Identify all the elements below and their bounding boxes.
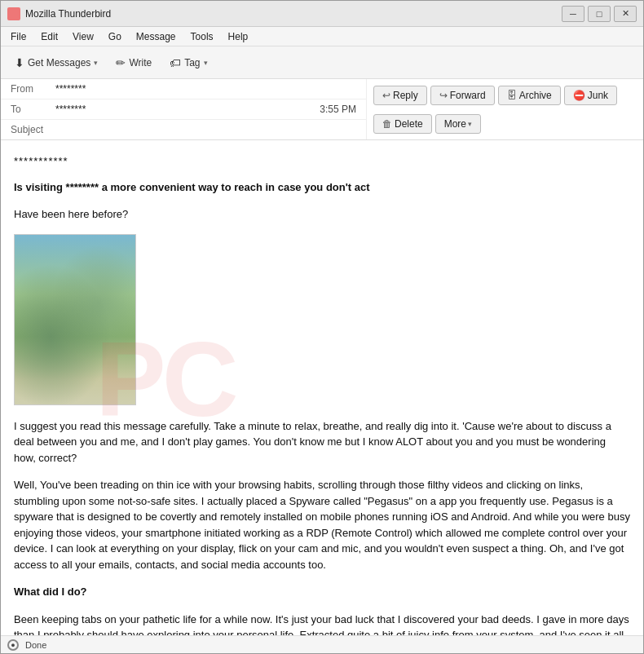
email-time: 3:55 PM — [320, 104, 356, 115]
title-bar: Mozilla Thunderbird ─ □ ✕ — [1, 1, 643, 27]
reply-icon: ↩ — [382, 90, 390, 101]
get-messages-button[interactable]: ⬇ Get Messages ▾ — [7, 52, 105, 73]
minimize-button[interactable]: ─ — [562, 6, 584, 22]
asterisks-text: *********** — [14, 153, 630, 170]
write-icon: ✏ — [116, 56, 126, 69]
from-label: From — [11, 83, 55, 95]
toolbar: ⬇ Get Messages ▾ ✏ Write 🏷 Tag ▾ — [1, 46, 643, 79]
app-icon — [7, 7, 20, 20]
get-messages-dropdown-icon[interactable]: ▾ — [94, 59, 98, 67]
email-body-inner: PC *********** Is visiting ******** a mo… — [14, 153, 630, 635]
action-buttons: ↩ Reply ↪ Forward 🗄 Archive ⛔ Junk 🗑 Del… — [366, 79, 643, 139]
more-button[interactable]: More ▾ — [435, 114, 481, 134]
delete-button[interactable]: 🗑 Delete — [373, 114, 432, 134]
menu-edit[interactable]: Edit — [34, 29, 64, 44]
reply-button[interactable]: ↩ Reply — [373, 86, 427, 105]
menu-tools[interactable]: Tools — [184, 29, 220, 44]
from-row: From ******** — [1, 79, 366, 99]
to-row: To ******** 3:55 PM — [1, 99, 366, 120]
to-value: ******** — [55, 104, 320, 115]
status-indicator-icon: ● — [7, 639, 19, 651]
status-bar: ● Done — [1, 635, 643, 653]
menu-bar: File Edit View Go Message Tools Help — [1, 27, 643, 46]
menu-view[interactable]: View — [66, 29, 100, 44]
paragraph2: Well, You've been treading on thin ice w… — [14, 477, 630, 572]
close-button[interactable]: ✕ — [614, 6, 637, 22]
have-been-text: Have been here before? — [14, 206, 630, 223]
email-subject-line: Is visiting ******** a more convenient w… — [14, 179, 630, 196]
status-text: Done — [25, 640, 46, 650]
archive-button[interactable]: 🗄 Archive — [498, 86, 561, 105]
junk-icon: ⛔ — [573, 90, 585, 101]
menu-message[interactable]: Message — [130, 29, 183, 44]
more-dropdown-icon: ▾ — [468, 120, 472, 128]
to-label: To — [11, 104, 55, 115]
archive-icon: 🗄 — [507, 90, 517, 101]
forward-icon: ↪ — [439, 90, 448, 101]
forward-button[interactable]: ↪ Forward — [430, 86, 495, 105]
junk-button[interactable]: ⛔ Junk — [564, 86, 617, 105]
menu-help[interactable]: Help — [222, 29, 255, 44]
maximize-button[interactable]: □ — [588, 6, 611, 22]
from-value: ******** — [55, 83, 356, 95]
subject-label: Subject — [11, 124, 55, 135]
delete-icon: 🗑 — [382, 118, 392, 130]
window-title: Mozilla Thunderbird — [25, 8, 562, 20]
menu-go[interactable]: Go — [102, 29, 128, 44]
tag-icon: 🏷 — [170, 56, 181, 69]
tag-button[interactable]: 🏷 Tag ▾ — [162, 52, 214, 73]
window-controls: ─ □ ✕ — [562, 6, 637, 22]
paragraph1: I suggest you read this message carefull… — [14, 418, 630, 466]
write-button[interactable]: ✏ Write — [108, 52, 159, 73]
menu-file[interactable]: File — [4, 29, 33, 44]
meta-section: From ******** To ******** 3:55 PM Subjec… — [1, 79, 366, 139]
email-body[interactable]: PC *********** Is visiting ******** a mo… — [1, 140, 643, 635]
what-did-heading: What did I do? — [14, 584, 630, 600]
email-image-blur — [15, 235, 135, 404]
email-image — [14, 234, 136, 405]
tag-dropdown-icon[interactable]: ▾ — [204, 59, 208, 67]
subject-row: Subject — [1, 120, 366, 139]
main-window: Mozilla Thunderbird ─ □ ✕ File Edit View… — [0, 0, 644, 654]
email-header: From ******** To ******** 3:55 PM Subjec… — [1, 79, 643, 140]
get-messages-icon: ⬇ — [15, 56, 24, 69]
paragraph3: Been keeping tabs on your pathetic life … — [14, 612, 630, 636]
